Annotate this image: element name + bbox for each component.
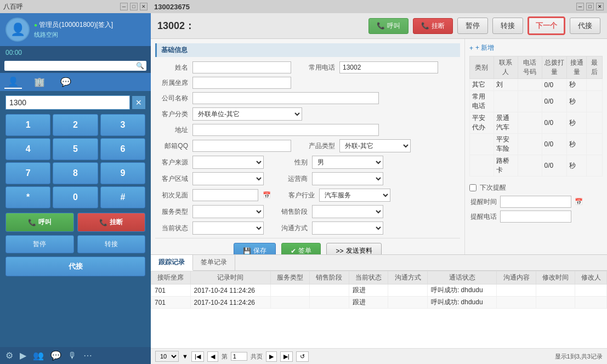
- right-restore-button[interactable]: □: [586, 3, 594, 10]
- key-5[interactable]: 5: [53, 138, 98, 160]
- last-page-button[interactable]: ▶|: [280, 351, 293, 362]
- save-button[interactable]: 💾 保存: [234, 243, 276, 254]
- key-star[interactable]: *: [5, 186, 50, 208]
- contact-connected: 秒: [567, 91, 587, 112]
- gender-select[interactable]: 男: [312, 156, 383, 169]
- form-row-status-contact: 当前状态 沟通方式: [155, 221, 460, 235]
- contact-total[interactable]: 0/0: [542, 79, 567, 91]
- tab-org-icon[interactable]: 🏢: [31, 76, 48, 88]
- col-service: 服务类型: [270, 271, 310, 285]
- email-input[interactable]: [192, 140, 291, 152]
- tab-contacts-icon[interactable]: 👤: [4, 75, 22, 89]
- company-input[interactable]: [192, 92, 379, 104]
- reminder-checkbox[interactable]: [469, 184, 476, 191]
- hangup-button[interactable]: 📞 挂断: [77, 213, 146, 232]
- industry-select[interactable]: 汽车服务: [319, 189, 390, 202]
- top-pause-button[interactable]: 暂停: [457, 18, 488, 34]
- top-transfer-button[interactable]: 转接: [492, 18, 523, 34]
- play-icon[interactable]: ▶: [20, 350, 26, 361]
- sales-stage-select[interactable]: [312, 205, 383, 218]
- clear-dial-button[interactable]: ✕: [132, 96, 145, 109]
- main-content: 基础信息 姓名 常用电话 所属坐席 管理员 公司名称 客户分类: [151, 39, 607, 254]
- current-status-select[interactable]: [192, 221, 264, 235]
- region-select[interactable]: [192, 172, 264, 185]
- email-label: 邮箱QQ: [155, 141, 188, 151]
- more-icon[interactable]: ⋯: [83, 350, 92, 361]
- carrier-select[interactable]: [312, 172, 383, 185]
- calendar-icon[interactable]: 📅: [263, 191, 271, 199]
- maximize-button[interactable]: □: [130, 3, 138, 10]
- contact-type: 平安代办: [470, 112, 494, 134]
- send-button[interactable]: >> 发送资料: [326, 243, 381, 254]
- first-meet-label: 初次见面: [155, 191, 188, 200]
- pause-button-left[interactable]: 暂停: [5, 235, 74, 253]
- key-0[interactable]: 0: [53, 186, 98, 208]
- section-header: 基础信息: [155, 43, 460, 57]
- close-button[interactable]: ✕: [140, 3, 148, 10]
- call-button[interactable]: 📞 呼叫: [5, 213, 74, 232]
- service-type-select[interactable]: [192, 205, 264, 218]
- key-1[interactable]: 1: [5, 114, 50, 136]
- address-input[interactable]: 重庆市渝北区南山: [192, 124, 379, 136]
- next-page-button[interactable]: ▶: [266, 351, 277, 362]
- contact-total[interactable]: 0/0: [542, 134, 567, 155]
- right-minimize-button[interactable]: ─: [576, 3, 584, 10]
- key-8[interactable]: 8: [53, 162, 98, 184]
- contact-total[interactable]: 0/0: [542, 112, 567, 134]
- tab-message-icon[interactable]: 💬: [57, 76, 75, 88]
- top-hangup-button[interactable]: 📞 挂断: [413, 18, 453, 34]
- reminder-calendar-icon[interactable]: 📅: [575, 198, 583, 206]
- page-input[interactable]: [231, 352, 247, 361]
- seat-input[interactable]: 管理员: [192, 77, 291, 89]
- reminder-phone-input[interactable]: [500, 211, 571, 223]
- settings-icon[interactable]: ⚙: [5, 350, 13, 361]
- top-call-button[interactable]: 📞 呼叫: [368, 18, 409, 34]
- minimize-button[interactable]: ─: [120, 3, 128, 10]
- sign-button[interactable]: ✔ 签单: [281, 243, 321, 254]
- dial-input[interactable]: 1300: [5, 95, 130, 110]
- user-mgmt-icon[interactable]: 👥: [33, 350, 44, 361]
- key-9[interactable]: 9: [100, 162, 145, 184]
- tab-sign[interactable]: 签单记录: [193, 255, 235, 270]
- key-4[interactable]: 4: [5, 138, 50, 160]
- search-input[interactable]: [7, 62, 136, 70]
- key-3[interactable]: 3: [100, 114, 145, 136]
- first-page-button[interactable]: |◀: [191, 351, 204, 362]
- tab-trace[interactable]: 跟踪记录: [151, 255, 193, 271]
- gender-label: 性别: [275, 158, 308, 167]
- key-2[interactable]: 2: [53, 114, 98, 136]
- search-icon[interactable]: 🔍: [136, 62, 144, 70]
- answer-button[interactable]: 代接: [5, 257, 145, 276]
- chat-icon[interactable]: 💬: [50, 350, 61, 361]
- prev-page-button[interactable]: ◀: [207, 351, 218, 362]
- total-pages-label: 共页: [251, 352, 263, 361]
- reminder-time-input[interactable]: [500, 196, 571, 208]
- top-answer-button[interactable]: 代接: [570, 18, 600, 34]
- product-select[interactable]: 外联-其它: [339, 139, 411, 152]
- name-input[interactable]: [192, 61, 291, 73]
- transfer-button-left[interactable]: 转接: [77, 235, 146, 253]
- source-select[interactable]: [192, 156, 264, 169]
- top-next-button[interactable]: 下一个: [527, 16, 565, 35]
- customer-type-select[interactable]: 外联单位-其它: [192, 107, 302, 121]
- key-6[interactable]: 6: [100, 138, 145, 160]
- contacts-header-row: 类别 联系人 电话号码 总拨打量 接通量 最后: [470, 56, 603, 79]
- left-win-buttons: ─ □ ✕: [120, 3, 148, 10]
- sign-icon: ✔: [291, 247, 296, 255]
- key-hash[interactable]: #: [100, 186, 145, 208]
- contact-method-select[interactable]: [312, 221, 383, 235]
- contact-total[interactable]: 0/0: [542, 155, 567, 177]
- right-close-button[interactable]: ✕: [596, 3, 604, 10]
- add-contact-button[interactable]: + + 新增: [469, 43, 603, 53]
- phone-input[interactable]: [339, 61, 438, 73]
- refresh-button[interactable]: ↺: [296, 351, 309, 362]
- contact-total[interactable]: 0/0: [542, 91, 567, 112]
- first-meet-input[interactable]: [192, 189, 258, 201]
- key-7[interactable]: 7: [5, 162, 50, 184]
- per-page-select[interactable]: 10: [155, 351, 179, 362]
- record-icon[interactable]: 🎙: [68, 351, 77, 361]
- contact-col-last: 最后: [587, 56, 603, 79]
- cell-mod-time: [536, 297, 575, 309]
- carrier-label: 运营商: [275, 174, 308, 184]
- contact-name: [493, 91, 518, 112]
